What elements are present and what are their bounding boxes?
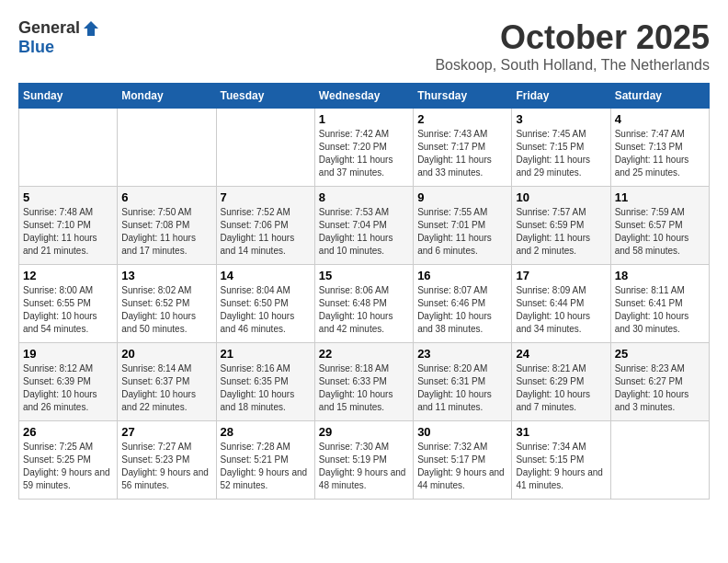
calendar-cell: 7Sunrise: 7:52 AM Sunset: 7:06 PM Daylig… [216, 187, 314, 265]
calendar-week-row: 1Sunrise: 7:42 AM Sunset: 7:20 PM Daylig… [19, 109, 710, 187]
day-info: Sunrise: 8:23 AM Sunset: 6:27 PM Dayligh… [615, 362, 705, 414]
day-number: 16 [417, 269, 507, 282]
calendar-cell: 29Sunrise: 7:30 AM Sunset: 5:19 PM Dayli… [314, 421, 413, 500]
calendar-cell: 5Sunrise: 7:48 AM Sunset: 7:10 PM Daylig… [19, 187, 118, 265]
calendar-cell: 9Sunrise: 7:55 AM Sunset: 7:01 PM Daylig… [414, 187, 512, 265]
calendar-cell: 15Sunrise: 8:06 AM Sunset: 6:48 PM Dayli… [314, 265, 413, 343]
day-info: Sunrise: 7:30 AM Sunset: 5:19 PM Dayligh… [319, 441, 409, 492]
calendar-cell: 18Sunrise: 8:11 AM Sunset: 6:41 PM Dayli… [610, 265, 709, 343]
calendar-week-row: 12Sunrise: 8:00 AM Sunset: 6:55 PM Dayli… [19, 265, 710, 343]
day-number: 11 [615, 190, 705, 204]
day-number: 1 [319, 112, 409, 126]
calendar-cell: 25Sunrise: 8:23 AM Sunset: 6:27 PM Dayli… [610, 343, 709, 421]
calendar-week-row: 5Sunrise: 7:48 AM Sunset: 7:10 PM Daylig… [19, 187, 710, 265]
day-info: Sunrise: 8:09 AM Sunset: 6:44 PM Dayligh… [516, 284, 606, 336]
day-info: Sunrise: 7:27 AM Sunset: 5:23 PM Dayligh… [121, 441, 211, 492]
calendar-cell: 28Sunrise: 7:28 AM Sunset: 5:21 PM Dayli… [216, 421, 314, 500]
day-info: Sunrise: 7:45 AM Sunset: 7:15 PM Dayligh… [516, 128, 606, 179]
day-info: Sunrise: 7:50 AM Sunset: 7:08 PM Dayligh… [121, 206, 211, 258]
day-info: Sunrise: 7:48 AM Sunset: 7:10 PM Dayligh… [23, 206, 113, 258]
day-info: Sunrise: 7:53 AM Sunset: 7:04 PM Dayligh… [319, 206, 409, 258]
calendar-cell: 23Sunrise: 8:20 AM Sunset: 6:31 PM Dayli… [414, 343, 512, 421]
day-info: Sunrise: 8:18 AM Sunset: 6:33 PM Dayligh… [319, 362, 409, 414]
day-info: Sunrise: 8:11 AM Sunset: 6:41 PM Dayligh… [615, 284, 705, 336]
calendar-cell: 26Sunrise: 7:25 AM Sunset: 5:25 PM Dayli… [19, 421, 118, 500]
calendar-cell [118, 109, 216, 187]
day-number: 19 [23, 347, 113, 361]
day-number: 4 [615, 112, 705, 126]
day-number: 14 [221, 269, 311, 282]
day-header-tuesday: Tuesday [216, 84, 314, 109]
day-number: 10 [516, 190, 606, 204]
day-info: Sunrise: 7:59 AM Sunset: 6:57 PM Dayligh… [615, 206, 705, 258]
calendar-cell: 3Sunrise: 7:45 AM Sunset: 7:15 PM Daylig… [512, 109, 610, 187]
day-info: Sunrise: 7:34 AM Sunset: 5:15 PM Dayligh… [516, 441, 606, 492]
calendar-cell: 31Sunrise: 7:34 AM Sunset: 5:15 PM Dayli… [512, 421, 610, 500]
day-number: 5 [23, 190, 113, 204]
day-info: Sunrise: 7:32 AM Sunset: 5:17 PM Dayligh… [417, 441, 507, 492]
calendar-cell: 8Sunrise: 7:53 AM Sunset: 7:04 PM Daylig… [314, 187, 413, 265]
calendar-cell: 30Sunrise: 7:32 AM Sunset: 5:17 PM Dayli… [414, 421, 512, 500]
day-info: Sunrise: 8:14 AM Sunset: 6:37 PM Dayligh… [121, 362, 211, 414]
day-number: 23 [417, 347, 507, 361]
location: Boskoop, South Holland, The Netherlands [435, 57, 710, 74]
day-number: 15 [319, 269, 409, 282]
calendar-cell: 27Sunrise: 7:27 AM Sunset: 5:23 PM Dayli… [118, 421, 216, 500]
day-header-thursday: Thursday [414, 84, 512, 109]
day-number: 17 [516, 269, 606, 282]
day-header-saturday: Saturday [610, 84, 709, 109]
day-info: Sunrise: 8:04 AM Sunset: 6:50 PM Dayligh… [221, 284, 311, 336]
calendar-table: SundayMondayTuesdayWednesdayThursdayFrid… [18, 83, 710, 500]
day-info: Sunrise: 7:47 AM Sunset: 7:13 PM Dayligh… [615, 128, 705, 179]
logo-general-text: General [18, 18, 80, 38]
day-number: 12 [23, 269, 113, 282]
calendar-cell: 22Sunrise: 8:18 AM Sunset: 6:33 PM Dayli… [314, 343, 413, 421]
day-number: 24 [516, 347, 606, 361]
calendar-cell: 17Sunrise: 8:09 AM Sunset: 6:44 PM Dayli… [512, 265, 610, 343]
day-info: Sunrise: 7:57 AM Sunset: 6:59 PM Dayligh… [516, 206, 606, 258]
month-title: October 2025 [435, 18, 710, 57]
day-info: Sunrise: 7:28 AM Sunset: 5:21 PM Dayligh… [221, 441, 311, 492]
calendar-cell: 6Sunrise: 7:50 AM Sunset: 7:08 PM Daylig… [118, 187, 216, 265]
day-number: 13 [121, 269, 211, 282]
day-number: 8 [319, 190, 409, 204]
day-number: 18 [615, 269, 705, 282]
calendar-cell: 13Sunrise: 8:02 AM Sunset: 6:52 PM Dayli… [118, 265, 216, 343]
day-number: 2 [417, 112, 507, 126]
calendar-cell: 10Sunrise: 7:57 AM Sunset: 6:59 PM Dayli… [512, 187, 610, 265]
logo: General Blue [18, 18, 100, 57]
day-number: 7 [221, 190, 311, 204]
day-info: Sunrise: 7:42 AM Sunset: 7:20 PM Dayligh… [319, 128, 409, 179]
day-number: 29 [319, 425, 409, 439]
day-info: Sunrise: 8:02 AM Sunset: 6:52 PM Dayligh… [121, 284, 211, 336]
day-number: 26 [23, 425, 113, 439]
day-header-monday: Monday [118, 84, 216, 109]
calendar-cell [610, 421, 709, 500]
calendar-header-row: SundayMondayTuesdayWednesdayThursdayFrid… [19, 84, 710, 109]
logo-icon [82, 19, 100, 38]
day-number: 31 [516, 425, 606, 439]
day-number: 20 [121, 347, 211, 361]
day-info: Sunrise: 7:25 AM Sunset: 5:25 PM Dayligh… [23, 441, 113, 492]
day-info: Sunrise: 7:55 AM Sunset: 7:01 PM Dayligh… [417, 206, 507, 258]
calendar-cell: 14Sunrise: 8:04 AM Sunset: 6:50 PM Dayli… [216, 265, 314, 343]
logo-blue-text: Blue [18, 38, 54, 57]
calendar-week-row: 26Sunrise: 7:25 AM Sunset: 5:25 PM Dayli… [19, 421, 710, 500]
title-area: October 2025 Boskoop, South Holland, The… [435, 18, 710, 74]
day-info: Sunrise: 8:20 AM Sunset: 6:31 PM Dayligh… [417, 362, 507, 414]
calendar-cell: 2Sunrise: 7:43 AM Sunset: 7:17 PM Daylig… [414, 109, 512, 187]
day-number: 25 [615, 347, 705, 361]
calendar-week-row: 19Sunrise: 8:12 AM Sunset: 6:39 PM Dayli… [19, 343, 710, 421]
calendar-cell: 19Sunrise: 8:12 AM Sunset: 6:39 PM Dayli… [19, 343, 118, 421]
calendar-cell: 24Sunrise: 8:21 AM Sunset: 6:29 PM Dayli… [512, 343, 610, 421]
day-number: 28 [221, 425, 311, 439]
calendar-cell: 21Sunrise: 8:16 AM Sunset: 6:35 PM Dayli… [216, 343, 314, 421]
day-header-wednesday: Wednesday [314, 84, 413, 109]
calendar-cell [216, 109, 314, 187]
day-info: Sunrise: 7:52 AM Sunset: 7:06 PM Dayligh… [221, 206, 311, 258]
calendar-cell: 16Sunrise: 8:07 AM Sunset: 6:46 PM Dayli… [414, 265, 512, 343]
header: General Blue October 2025 Boskoop, South… [18, 18, 710, 74]
calendar-cell: 1Sunrise: 7:42 AM Sunset: 7:20 PM Daylig… [314, 109, 413, 187]
calendar-cell: 12Sunrise: 8:00 AM Sunset: 6:55 PM Dayli… [19, 265, 118, 343]
day-info: Sunrise: 7:43 AM Sunset: 7:17 PM Dayligh… [417, 128, 507, 179]
